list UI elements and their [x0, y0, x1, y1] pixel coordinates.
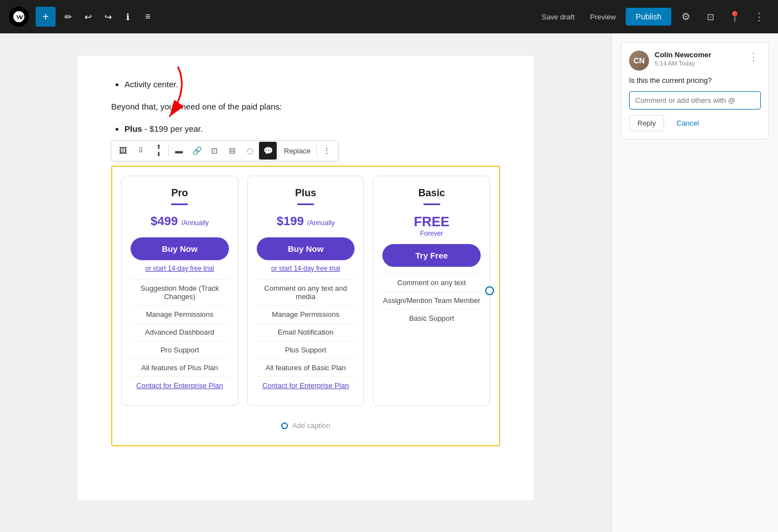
- location-button[interactable]: 📍: [725, 7, 745, 27]
- caption-area: Add caption: [121, 415, 490, 436]
- plus-trial-link[interactable]: or start 14-day free trial: [257, 265, 355, 272]
- plus-feature-4: Plus Support: [257, 341, 355, 359]
- settings-button[interactable]: ⚙: [676, 7, 696, 27]
- drag-icon: ⠿: [138, 147, 143, 155]
- bookmark-btn[interactable]: ⊟: [223, 142, 241, 160]
- plus-feature-5: All features of Basic Plan: [257, 359, 355, 376]
- basic-underline: [423, 203, 440, 205]
- plus-title: Plus: [257, 187, 355, 199]
- plus-feature-3: Email Notification: [257, 323, 355, 341]
- editor-area: Activity center. Beyond that, you'll nee…: [0, 33, 611, 532]
- link-icon: 🔗: [192, 146, 202, 155]
- comment-input[interactable]: [629, 91, 761, 110]
- plus-bullet-list: Plus - $199 per year.: [111, 122, 500, 136]
- crop-btn[interactable]: ⊡: [206, 142, 223, 160]
- location-icon: 📍: [729, 11, 741, 23]
- pro-feature-2: Manage Permissions: [131, 305, 229, 323]
- list-icon: ≡: [145, 12, 150, 22]
- plus-enterprise-link[interactable]: Contact for Enterprise Plan: [257, 376, 355, 394]
- pro-price: $499 /Annually: [131, 214, 229, 228]
- basic-feature-2: Assign/Mention Team Member: [382, 291, 481, 309]
- filter-btn[interactable]: ◌: [241, 142, 259, 160]
- align-icon: ▬: [175, 146, 183, 155]
- pro-feature-1: Suggestion Mode (Track Changes): [131, 279, 229, 305]
- info-button[interactable]: ℹ: [118, 7, 138, 27]
- pro-feature-5: All features of Plus Plan: [131, 359, 229, 376]
- caption-handle: [281, 422, 288, 429]
- vertical-dots-icon: ⋮: [749, 51, 759, 62]
- undo-button[interactable]: ↩: [78, 7, 98, 27]
- align-btn[interactable]: ▬: [170, 142, 188, 160]
- avatar: CN: [629, 51, 649, 71]
- basic-try-free-button[interactable]: Try Free: [382, 244, 481, 267]
- vertical-dots-icon: ⋮: [754, 11, 764, 23]
- plus-buy-now-button[interactable]: Buy Now: [257, 237, 355, 260]
- gear-icon: ⚙: [681, 11, 690, 23]
- pro-pricing-card: Pro $499 /Annually Buy Now or start 14-d…: [121, 176, 238, 406]
- pro-feature-4: Pro Support: [131, 341, 229, 359]
- preview-button[interactable]: Preview: [585, 9, 621, 24]
- list-item: Activity center.: [124, 78, 500, 91]
- crop-icon: ⊡: [211, 146, 218, 155]
- pro-trial-link[interactable]: or start 14-day free trial: [131, 265, 229, 272]
- editor-toggle-button[interactable]: ⊡: [700, 7, 720, 27]
- image-icon: 🖼: [119, 146, 127, 155]
- details-button[interactable]: ≡: [138, 7, 158, 27]
- undo-icon: ↩: [84, 12, 92, 22]
- move-up-down-btn[interactable]: ⬆⬇: [149, 142, 167, 160]
- toolbar-right: Save draft Preview Publish ⚙ ⊡ 📍 ⋮: [536, 7, 769, 27]
- comment-btn[interactable]: 💬: [259, 142, 277, 160]
- resize-handle[interactable]: [485, 286, 494, 295]
- plus-icon: +: [42, 11, 49, 23]
- pricing-table: Pro $499 /Annually Buy Now or start 14-d…: [121, 176, 490, 406]
- image-toolbar-btn[interactable]: 🖼: [114, 142, 132, 160]
- chevron-updown-icon: ⬆⬇: [156, 143, 161, 158]
- caption-text[interactable]: Add caption: [292, 421, 331, 430]
- paragraph-text[interactable]: Beyond that, you'll need one of the paid…: [111, 100, 500, 113]
- basic-title: Basic: [382, 187, 481, 199]
- avatar-initial: CN: [629, 51, 649, 71]
- reply-button[interactable]: Reply: [629, 115, 664, 131]
- basic-pricing-card: Basic FREE Forever Try Free Comment on a…: [373, 176, 490, 406]
- cancel-button[interactable]: Cancel: [669, 115, 706, 131]
- pro-enterprise-link[interactable]: Contact for Enterprise Plan: [131, 376, 229, 394]
- replace-btn[interactable]: Replace: [280, 142, 315, 160]
- comment-more-button[interactable]: ⋮: [746, 51, 761, 63]
- pencil-icon: ✏: [64, 12, 72, 22]
- pro-buy-now-button[interactable]: Buy Now: [131, 237, 229, 260]
- comment-icon: 💬: [263, 146, 273, 155]
- more-options-block-btn[interactable]: ⋮: [318, 142, 336, 160]
- editor-icon: ⊡: [707, 12, 714, 22]
- more-options-button[interactable]: ⋮: [749, 7, 769, 27]
- add-block-button[interactable]: +: [36, 7, 56, 27]
- wordpress-logo[interactable]: [9, 7, 29, 27]
- pro-feature-3: Advanced Dashboard: [131, 323, 229, 341]
- comment-card: CN Colin Newcomer 5:14 AM Today ⋮ Is thi…: [621, 42, 769, 140]
- redo-button[interactable]: ↪: [98, 7, 118, 27]
- basic-price: FREE: [382, 214, 481, 230]
- plus-pricing-card: Plus $199 /Annually Buy Now or start 14-…: [247, 176, 365, 406]
- publish-button[interactable]: Publish: [626, 8, 671, 26]
- edit-button[interactable]: ✏: [58, 7, 78, 27]
- drag-handle-btn[interactable]: ⠿: [132, 142, 149, 160]
- link-btn[interactable]: 🔗: [188, 142, 206, 160]
- comment-author-name: Colin Newcomer: [655, 51, 711, 59]
- filter-icon: ◌: [247, 146, 253, 155]
- top-toolbar: + ✏ ↩ ↪ ℹ ≡ Save draft Preview Publish ⚙…: [0, 0, 778, 33]
- main-content: Activity center. Beyond that, you'll nee…: [0, 33, 778, 532]
- basic-feature-3: Basic Support: [382, 309, 481, 327]
- plus-feature-1: Comment on any text and media: [257, 279, 355, 305]
- editor-content: Activity center. Beyond that, you'll nee…: [78, 56, 533, 500]
- comment-panel: CN Colin Newcomer 5:14 AM Today ⋮ Is thi…: [611, 33, 778, 532]
- plus-price: $199 /Annually: [257, 214, 355, 228]
- redo-icon: ↪: [104, 12, 112, 22]
- comment-meta: Colin Newcomer 5:14 AM Today: [655, 51, 711, 67]
- image-block: Pro $499 /Annually Buy Now or start 14-d…: [111, 166, 500, 446]
- basic-feature-1: Comment on any text: [382, 274, 481, 291]
- toolbar-divider-2: [278, 144, 278, 157]
- save-draft-button[interactable]: Save draft: [536, 9, 580, 24]
- block-toolbar: 🖼 ⠿ ⬆⬇ ▬ 🔗 ⊡ ⊟: [111, 140, 338, 161]
- comment-header: CN Colin Newcomer 5:14 AM Today ⋮: [629, 51, 761, 71]
- comment-time: 5:14 AM Today: [655, 60, 711, 67]
- toolbar-divider-3: [316, 144, 317, 157]
